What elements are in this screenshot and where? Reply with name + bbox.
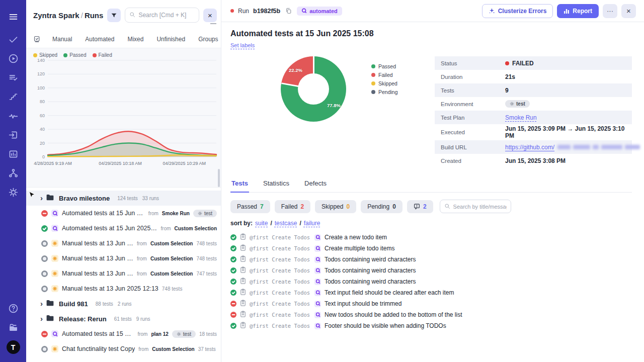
sort-by-testcase[interactable]: testcase — [275, 220, 297, 227]
breadcrumb-project[interactable]: Zyntra Spark — [33, 11, 79, 20]
group-name[interactable]: Build 981 — [59, 300, 88, 308]
run-source[interactable]: Custom Selection — [152, 346, 194, 352]
tab-tests[interactable]: Tests — [230, 176, 249, 193]
run-row[interactable]: Manual tests at 13 Jun 2025 12:16 from C… — [26, 251, 221, 266]
run-title[interactable]: Manual tests at 13 Jun 2025 12:17 — [62, 240, 133, 247]
test-row[interactable]: @first Create Todos... Text input field … — [230, 287, 632, 298]
chevron-right-icon[interactable]: › — [40, 315, 43, 322]
filter-failed-chip[interactable]: Failed2 — [275, 200, 310, 213]
test-row[interactable]: @first Create Todos... Todos containing … — [230, 265, 632, 276]
run-row[interactable]: Manual tests at 13 Jun 2025 12:13 748 te… — [26, 281, 221, 296]
run-title[interactable]: Manual tests at 13 Jun 2025 12:13 — [62, 285, 158, 292]
build-url-link[interactable]: https://github.com/ — [505, 144, 554, 151]
run-row[interactable]: Manual tests at 13 Jun 2025 12:17 from C… — [26, 236, 221, 251]
test-row[interactable]: @first Create Todos... Text input should… — [230, 298, 632, 309]
test-title[interactable]: Todos containing weird characters — [325, 278, 416, 285]
play-circle-icon[interactable] — [7, 52, 19, 64]
projects-icon[interactable] — [7, 321, 19, 333]
close-run-button[interactable]: × — [621, 4, 636, 18]
panel-scrollbar[interactable] — [218, 169, 220, 187]
copy-icon[interactable] — [285, 8, 292, 14]
run-group-row[interactable]: › Build 981 88 tests 2 runs — [26, 296, 221, 311]
app-logo[interactable]: T — [7, 340, 20, 354]
run-row[interactable]: Chat functinality test Copy from Custom … — [26, 341, 221, 356]
tab-statistics[interactable]: Statistics — [262, 176, 290, 192]
tab-groups[interactable]: Groups — [192, 36, 224, 43]
run-row[interactable]: Manual tests at 13 Jun 2025 12:13 from C… — [26, 266, 221, 281]
test-title[interactable]: New todos should be added to the bottom … — [325, 311, 462, 318]
run-source[interactable]: Smoke Run — [162, 211, 190, 216]
filter-passed-chip[interactable]: Passed7 — [230, 200, 270, 213]
test-row[interactable]: @first Create Todos... Footer should be … — [230, 320, 632, 331]
group-name[interactable]: Release: Rerun — [59, 315, 107, 323]
test-row[interactable]: @first Create Todos... Todos containing … — [230, 254, 632, 265]
run-title[interactable]: Automated tests at 15 Jun 2025 15:01 — [62, 225, 157, 232]
run-group-row[interactable]: › Bravo milestone 124 tests 33 runs — [26, 191, 221, 206]
test-title[interactable]: Create multiple todo items — [325, 245, 394, 252]
settings-gear-icon[interactable] — [7, 186, 19, 198]
run-group-row[interactable]: › Release: Rerun 61 tests 9 runs — [26, 311, 221, 326]
run-row[interactable]: Automated tests at 15 Jun 2025 15:08 fro… — [26, 206, 221, 221]
run-source[interactable]: Custom Selection — [150, 241, 193, 246]
tests-search[interactable] — [440, 200, 511, 213]
chevron-right-icon[interactable]: › — [40, 194, 43, 202]
clipboard-icon — [240, 255, 246, 264]
checks-icon[interactable] — [7, 33, 19, 45]
run-source[interactable]: Custom Selection — [175, 226, 217, 231]
set-labels-link[interactable]: Set labels — [230, 42, 255, 48]
run-source[interactable]: plan 12 — [151, 331, 168, 337]
menu-icon[interactable] — [7, 11, 19, 23]
run-title[interactable]: Manual tests at 13 Jun 2025 12:16 — [62, 255, 133, 262]
tab-automated[interactable]: Automated — [78, 36, 121, 43]
run-id: b1982f5b — [253, 8, 280, 15]
filter-skipped-chip[interactable]: Skipped0 — [315, 200, 356, 213]
run-title[interactable]: Chat functinality test Copy — [62, 345, 135, 352]
runs-search-input[interactable] — [138, 12, 195, 19]
run-title[interactable]: Automated tests at 15 May 2025 12:32 — [62, 330, 134, 337]
test-title[interactable]: Todos containing weird characters — [325, 256, 416, 263]
test-title[interactable]: Text input should be trimmed — [325, 300, 401, 307]
run-source[interactable]: Custom Selection — [150, 271, 193, 277]
steps-icon[interactable] — [7, 90, 19, 103]
import-icon[interactable] — [7, 129, 19, 141]
tab-unfinished[interactable]: Unfinished — [150, 36, 192, 43]
pulse-icon[interactable] — [7, 110, 19, 122]
test-row[interactable]: @first Create Todos... Create a new todo… — [230, 232, 632, 243]
tab-manual[interactable]: Manual — [46, 36, 78, 43]
help-icon[interactable] — [7, 302, 19, 314]
runs-list-icon[interactable] — [7, 71, 19, 83]
comments-filter-chip[interactable]: 2 — [407, 200, 433, 213]
sort-by-failure[interactable]: failure — [304, 220, 320, 227]
test-title[interactable]: Create a new todo item — [325, 234, 387, 241]
chevron-right-icon[interactable]: › — [40, 300, 43, 307]
run-row[interactable]: Automated tests at 15 May 2025 12:32 fro… — [26, 326, 221, 341]
select-all-icon[interactable] — [33, 35, 41, 43]
test-title[interactable]: Footer should be visible when adding TOD… — [325, 322, 446, 329]
run-source[interactable]: Custom Selection — [150, 256, 193, 261]
run-title[interactable]: Automated tests at 15 Jun 2025 15:08 — [62, 210, 145, 217]
test-title[interactable]: Todos containing weird characters — [325, 267, 416, 274]
panel-close-button[interactable]: × — [203, 9, 217, 22]
run-row[interactable]: Automated tests at 15 Jun 2025 15:01 fro… — [26, 221, 221, 236]
branches-icon[interactable] — [7, 167, 19, 179]
test-plan-link[interactable]: Smoke Run — [505, 114, 537, 121]
test-row[interactable]: @first Create Todos... New todos should … — [230, 309, 632, 320]
panel-resize-grip[interactable] — [210, 23, 216, 25]
test-row[interactable]: @first Create Todos... Todos containing … — [230, 276, 632, 287]
clusterize-errors-button[interactable]: Clusterize Errors — [482, 4, 553, 18]
more-button[interactable]: ··· — [603, 4, 617, 18]
filter-pending-chip[interactable]: Pending0 — [361, 200, 403, 213]
report-button[interactable]: Report — [557, 4, 599, 18]
legend-failed: Failed — [378, 72, 393, 78]
tab-defects[interactable]: Defects — [303, 176, 328, 192]
group-name[interactable]: Bravo milestone — [59, 195, 110, 202]
test-title[interactable]: Text input field should be cleared after… — [325, 289, 454, 296]
runs-search[interactable] — [125, 8, 199, 23]
sort-by-suite[interactable]: suite — [255, 220, 268, 227]
tests-search-input[interactable] — [453, 204, 507, 210]
run-title[interactable]: Manual tests at 13 Jun 2025 12:13 — [62, 270, 133, 277]
test-row[interactable]: @first Create Todos... Create multiple t… — [230, 243, 632, 254]
tab-mixed[interactable]: Mixed — [121, 36, 150, 43]
filter-button[interactable] — [107, 9, 121, 22]
analytics-icon[interactable] — [7, 148, 19, 160]
